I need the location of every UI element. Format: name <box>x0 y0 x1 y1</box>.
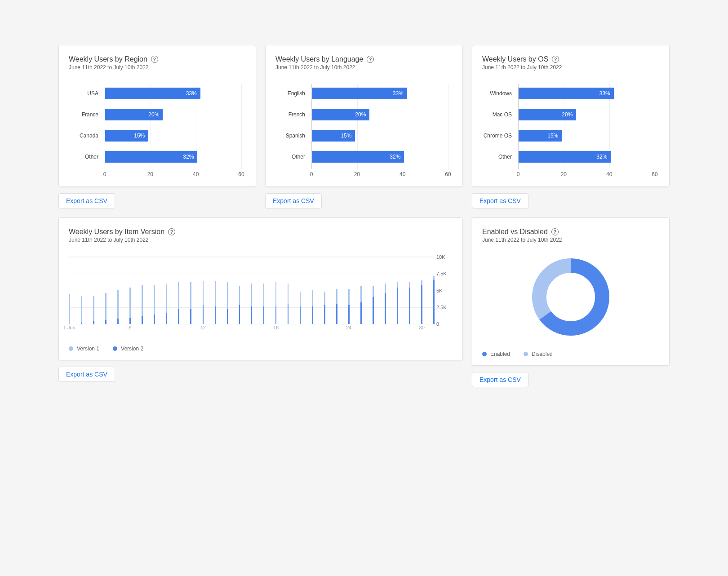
hbar-xtick: 60 <box>652 171 657 177</box>
stacked-bar <box>348 289 350 324</box>
hbar-plot: English 33% French 20% Spanish 15% Other… <box>311 84 448 169</box>
stacked-bar <box>239 286 240 324</box>
hbar-bar: 32% <box>105 151 197 163</box>
export-csv-button[interactable]: Export as CSV <box>265 193 322 208</box>
stacked-bar <box>93 296 94 324</box>
legend-item-enabled: Enabled <box>482 351 510 357</box>
hbar-xtick: 20 <box>147 171 153 177</box>
hbar-category-label: France <box>68 111 105 118</box>
stacked-bar <box>324 292 325 324</box>
stacked-xtick: 24 <box>346 325 351 330</box>
export-csv-button[interactable]: Export as CSV <box>472 372 528 387</box>
stacked-bar <box>190 282 191 324</box>
hbar-bar: 33% <box>519 88 614 99</box>
card-subtitle: June 11th 2022 to July 10th 2022 <box>69 237 453 243</box>
stacked-bar <box>69 294 70 324</box>
card-subtitle: June 11th 2022 to July 10th 2022 <box>275 64 453 71</box>
card-subtitle: June 11th 2022 to July 10th 2022 <box>69 64 246 71</box>
hbar-category-label: Windows <box>482 90 519 97</box>
stacked-xtick: 18 <box>273 325 279 330</box>
hbar-plot: USA 33% France 20% Canada 15% Other 32% <box>105 84 241 169</box>
hbar-xtick: 60 <box>238 171 244 177</box>
hbar-bar: 15% <box>519 130 562 142</box>
stacked-bar <box>117 290 119 324</box>
hbar-category-label: Spanish <box>275 133 312 139</box>
card-title: Weekly Users by Item Version ? <box>69 228 453 236</box>
stacked-ytick: 10K <box>436 254 453 260</box>
stacked-xtick: 30 <box>419 325 425 330</box>
stacked-bar <box>81 296 82 324</box>
hbar-xtick: 20 <box>561 171 567 177</box>
help-icon[interactable]: ? <box>552 56 559 63</box>
hbar-plot: Windows 33% Mac OS 20% Chrome OS 15% Oth… <box>518 84 655 169</box>
hbar-bar: 32% <box>519 151 611 163</box>
stacked-bar <box>409 282 410 324</box>
stacked-ytick: 7.5K <box>436 271 453 276</box>
card-subtitle: June 11th 2022 to July 10th 2022 <box>482 64 659 71</box>
legend-item-v2: Version 2 <box>113 346 143 352</box>
hbar-category-label: Other <box>68 154 105 160</box>
stacked-plot: 0 2.5K 5K 7.5K 10K <box>69 257 435 324</box>
hbar-xtick: 0 <box>103 171 107 177</box>
help-icon[interactable]: ? <box>551 228 559 235</box>
hbar-bar: 20% <box>519 109 576 120</box>
hbar-category-label: Chrome OS <box>482 133 519 139</box>
stacked-bar <box>154 285 155 324</box>
help-icon[interactable]: ? <box>367 56 374 63</box>
stacked-bar <box>178 282 179 324</box>
hbar-bar: 15% <box>105 130 148 142</box>
card-os: Weekly Users by OS ? June 11th 2022 to J… <box>472 45 670 187</box>
stacked-bar <box>397 282 398 324</box>
help-icon[interactable]: ? <box>168 228 175 235</box>
export-csv-button[interactable]: Export as CSV <box>58 193 115 208</box>
hbar-bar: 20% <box>312 109 369 120</box>
hbar-category-label: USA <box>68 90 105 97</box>
stacked-bar <box>203 281 204 324</box>
hbar-xtick: 20 <box>354 171 360 177</box>
stacked-bar <box>421 280 422 324</box>
legend-item-v1: Version 1 <box>69 346 99 352</box>
stacked-bar <box>433 276 435 324</box>
help-icon[interactable]: ? <box>151 56 158 63</box>
stacked-xtick: 6 <box>129 325 131 330</box>
hbar-category-label: Other <box>275 154 312 160</box>
hbar-bar: 33% <box>105 88 200 99</box>
stacked-ytick: 5K <box>436 288 453 293</box>
export-csv-button[interactable]: Export as CSV <box>472 193 528 208</box>
hbar-bar: 20% <box>105 109 163 120</box>
hbar-bar: 15% <box>312 130 355 142</box>
hbar-category-label: French <box>275 111 312 118</box>
stacked-ytick: 2.5K <box>436 305 453 310</box>
hbar-category-label: Canada <box>68 133 105 139</box>
hbar-xtick: 60 <box>445 171 451 177</box>
stacked-bar <box>105 293 107 324</box>
card-region: Weekly Users by Region ? June 11th 2022 … <box>58 45 256 187</box>
stacked-bar <box>263 284 265 324</box>
card-enabled: Enabled vs Disabled ? June 11th 2022 to … <box>472 217 670 366</box>
stacked-bar <box>166 284 167 324</box>
card-language: Weekly Users by Language ? June 11th 202… <box>265 45 463 187</box>
stacked-xtick: 12 <box>200 325 206 330</box>
stacked-bar <box>129 288 131 324</box>
card-title: Weekly Users by Language ? <box>275 55 453 63</box>
hbar-category-label: English <box>275 90 312 97</box>
stacked-bar <box>288 284 289 324</box>
card-title: Enabled vs Disabled ? <box>482 228 659 236</box>
legend-item-disabled: Disabled <box>524 351 553 357</box>
export-csv-button[interactable]: Export as CSV <box>58 367 115 382</box>
stacked-bar <box>300 292 301 324</box>
stacked-bar <box>312 290 313 324</box>
stacked-ytick: 0 <box>436 321 453 327</box>
donut-chart <box>482 257 659 337</box>
stacked-bar <box>336 289 337 324</box>
hbar-xtick: 0 <box>310 171 313 177</box>
stacked-bar <box>142 285 143 324</box>
stacked-bar <box>373 286 374 324</box>
card-version: Weekly Users by Item Version ? June 11th… <box>58 217 463 360</box>
hbar-category-label: Other <box>482 154 519 160</box>
stacked-bar <box>215 281 216 324</box>
hbar-bar: 32% <box>312 151 404 163</box>
stacked-xtick: 1 Jun <box>63 325 75 330</box>
hbar-xtick: 0 <box>517 171 520 177</box>
card-title: Weekly Users by OS ? <box>482 55 659 63</box>
